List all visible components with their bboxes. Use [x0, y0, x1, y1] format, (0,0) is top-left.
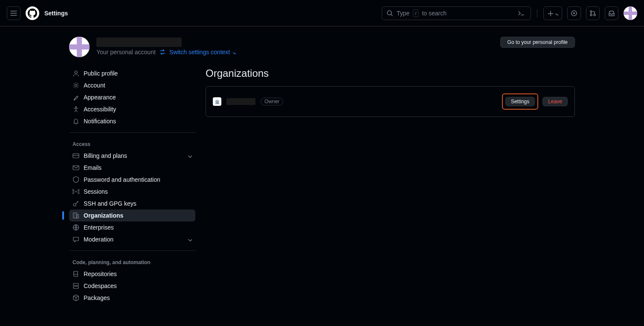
sidebar-item-appearance[interactable]: Appearance	[69, 91, 195, 103]
sidebar-item-password-and-authentication[interactable]: Password and authentication	[69, 174, 195, 186]
package-icon	[73, 294, 79, 301]
page-header: Your personal account Switch settings co…	[69, 37, 575, 57]
search-placeholder-suffix: to search	[422, 10, 447, 17]
sidebar-group-code: Code, planning, and automation	[69, 256, 195, 268]
card-icon	[73, 152, 79, 159]
sidebar-item-label: Accessibility	[84, 106, 116, 113]
sidebar-item-public-profile[interactable]: Public profile	[69, 67, 195, 79]
sidebar-item-label: Sessions	[84, 188, 108, 195]
sidebar-item-organizations[interactable]: Organizations	[69, 210, 195, 221]
sidebar-item-codespaces[interactable]: Codespaces	[69, 280, 195, 292]
sidebar-item-label: Public profile	[84, 70, 118, 77]
sidebar-item-label: Billing and plans	[84, 152, 127, 159]
sidebar-item-billing-and-plans[interactable]: Billing and plans	[69, 150, 195, 162]
search-placeholder-prefix: Type	[397, 10, 409, 17]
sidebar-item-label: Account	[84, 82, 105, 89]
org-name[interactable]	[226, 98, 255, 105]
gear-icon	[73, 82, 79, 89]
sidebar-item-label: Organizations	[84, 212, 123, 219]
pull-requests-button[interactable]	[586, 6, 600, 20]
sidebar-item-notifications[interactable]: Notifications	[69, 115, 195, 127]
sidebar-item-moderation[interactable]: Moderation	[69, 233, 195, 245]
search-icon	[386, 10, 393, 17]
org-icon	[73, 212, 79, 219]
sidebar-item-accessibility[interactable]: Accessibility	[69, 103, 195, 115]
command-palette-icon[interactable]	[518, 10, 526, 17]
org-avatar: 🏛️	[213, 97, 221, 106]
sidebar-item-packages[interactable]: Packages	[69, 292, 195, 304]
sidebar-item-label: Emails	[84, 164, 102, 171]
organization-row: 🏛️ Owner Settings Leave	[206, 86, 575, 117]
chevron-down-icon	[187, 237, 192, 242]
org-leave-button[interactable]: Leave	[542, 97, 568, 106]
sidebar-group-access: Access	[69, 138, 195, 150]
accessibility-icon	[73, 106, 79, 113]
issues-button[interactable]	[567, 6, 581, 20]
global-search[interactable]: Type / to search	[382, 6, 531, 20]
notifications-button[interactable]	[605, 6, 618, 20]
globe-icon	[73, 224, 79, 231]
sidebar-item-account[interactable]: Account	[69, 79, 195, 91]
sidebar-item-emails[interactable]: Emails	[69, 162, 195, 174]
mail-icon	[73, 164, 79, 171]
divider	[537, 9, 537, 17]
swap-icon	[159, 49, 166, 55]
sidebar-item-label: Password and authentication	[84, 176, 160, 183]
sidebar-item-label: Notifications	[84, 118, 116, 125]
key-icon	[73, 200, 79, 207]
comment-icon	[73, 236, 79, 243]
person-icon	[73, 70, 79, 77]
github-logo[interactable]	[26, 6, 39, 20]
sidebar-item-label: Enterprises	[84, 224, 114, 231]
sidebar-item-sessions[interactable]: Sessions	[69, 186, 195, 198]
chevron-down-icon	[187, 153, 192, 158]
sidebar-item-label: Codespaces	[84, 282, 117, 289]
sidebar-item-label: Packages	[84, 294, 110, 301]
sidebar-item-label: SSH and GPG keys	[84, 200, 136, 207]
sidebar-item-ssh-and-gpg-keys[interactable]: SSH and GPG keys	[69, 198, 195, 210]
search-hotkey: /	[413, 9, 418, 17]
org-role-badge: Owner	[261, 98, 283, 105]
profile-avatar	[69, 37, 90, 57]
go-to-profile-button[interactable]: Go to your personal profile	[500, 37, 575, 48]
settings-sidebar: Public profileAccountAppearanceAccessibi…	[69, 67, 195, 304]
highlighted-settings: Settings	[502, 93, 538, 110]
context-title: Settings	[44, 10, 68, 17]
page-title: Organizations	[206, 67, 575, 79]
global-menu-button[interactable]	[7, 6, 20, 20]
create-new-dropdown[interactable]	[543, 6, 562, 20]
sidebar-item-label: Appearance	[84, 94, 116, 101]
bell-icon	[73, 118, 79, 125]
user-avatar-menu[interactable]	[624, 6, 637, 20]
codespaces-icon	[73, 282, 79, 289]
org-settings-button[interactable]: Settings	[505, 97, 535, 106]
account-name	[96, 37, 236, 47]
repo-icon	[73, 271, 79, 277]
broadcast-icon	[73, 188, 79, 195]
sidebar-item-repositories[interactable]: Repositories	[69, 268, 195, 280]
sidebar-item-label: Moderation	[84, 236, 113, 243]
account-type-label: Your personal account	[96, 49, 156, 55]
switch-context-link[interactable]: Switch settings context	[169, 49, 236, 55]
main-content: Organizations 🏛️ Owner Settings Leave	[206, 67, 575, 304]
sidebar-item-enterprises[interactable]: Enterprises	[69, 221, 195, 233]
brush-icon	[73, 94, 79, 101]
topbar: Settings Type / to search	[0, 0, 644, 26]
shield-icon	[73, 176, 79, 183]
sidebar-item-label: Repositories	[84, 271, 117, 277]
